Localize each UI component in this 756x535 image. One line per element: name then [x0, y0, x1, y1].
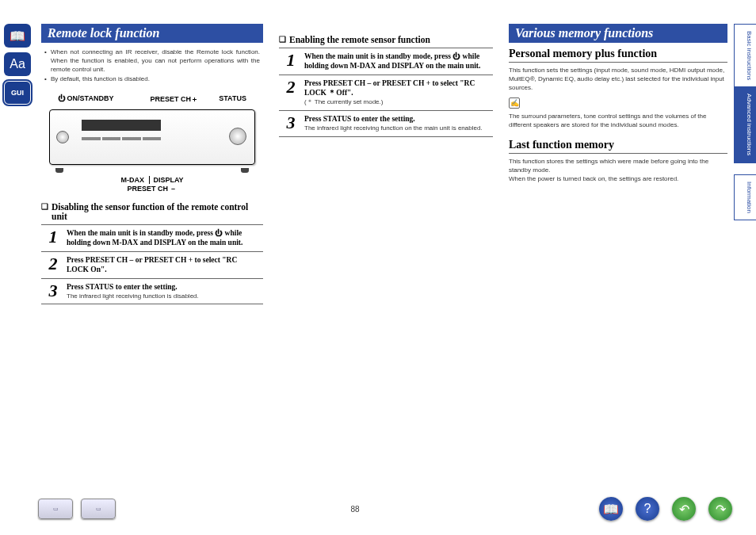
section-title-memory: Various memory functions: [509, 24, 727, 43]
thumbnail-1[interactable]: ▭: [38, 499, 73, 519]
step-number: 3: [282, 114, 300, 133]
step-number: 3: [44, 282, 62, 301]
step-1: 1 When the main unit is in standby mode,…: [279, 48, 493, 75]
step-3-note: The infrared light receiving function is…: [67, 292, 199, 300]
step-3: 3 Press STATUS to enter the setting. The…: [279, 110, 493, 137]
bullet-1: When not connecting an IR receiver, disa…: [44, 48, 260, 75]
page: 📖 Aa GUI Remote lock function When not c…: [0, 0, 756, 535]
step-3-text: Press STATUS to enter the setting.: [304, 115, 415, 123]
tab-information[interactable]: Information: [734, 174, 756, 220]
right-tab-bar: Basic instructions Advanced instructions…: [734, 0, 756, 535]
step-1-text: When the main unit is in standby mode, p…: [304, 52, 480, 70]
hand-note-icon: ✍: [509, 97, 520, 109]
step-number: 2: [44, 255, 62, 275]
subhead-disabling-text: Disabling the sensor function of the rem…: [52, 202, 263, 221]
label-status: STATUS: [219, 94, 246, 105]
page-number: 88: [124, 505, 586, 514]
gui-icon[interactable]: GUI: [4, 81, 31, 105]
step-2-text: Press PRESET CH – or PRESET CH + to sele…: [67, 256, 237, 273]
para-last-function-2: When the power is turned back on, the se…: [509, 174, 727, 183]
step-3: 3 Press STATUS to enter the setting. The…: [41, 278, 263, 305]
tab-advanced[interactable]: Advanced instructions: [734, 87, 756, 162]
thumbnail-2[interactable]: ▭: [81, 499, 116, 519]
heading-personal-memory: Personal memory plus function: [509, 48, 727, 63]
nav-forward-button[interactable]: ↷: [708, 497, 732, 521]
subhead-enabling: ❏ Enabling the remote sensor function: [279, 35, 493, 44]
book-icon[interactable]: 📖: [4, 24, 31, 48]
step-number: 1: [282, 52, 300, 71]
para-personal-memory-2: The surround parameters, tone control se…: [509, 112, 727, 129]
label-mdax: M-DAX: [120, 176, 144, 184]
tab-basic[interactable]: Basic instructions: [734, 24, 756, 87]
section-title-remote-lock: Remote lock function: [41, 24, 263, 43]
label-on-standby: ⏻ ON/STANDBY: [58, 94, 113, 105]
steps-disable: 1 When the main unit is in standby mode,…: [41, 224, 263, 304]
column-1: Remote lock function When not connecting…: [41, 24, 263, 495]
nav-back-button[interactable]: ↶: [672, 497, 696, 521]
square-bullet-icon: ❏: [41, 202, 48, 221]
column-3: Various memory functions Personal memory…: [509, 24, 727, 495]
left-tab-bar: 📖 Aa GUI: [0, 0, 35, 535]
device-diagram: ⏻ ON/STANDBY PRESET CH＋ STATUS: [41, 94, 263, 194]
nav-help-button[interactable]: ?: [636, 497, 659, 521]
step-3-note: The infrared light receiving function on…: [304, 124, 483, 132]
subhead-disabling: ❏ Disabling the sensor function of the r…: [41, 202, 263, 221]
subhead-enabling-text: Enabling the remote sensor function: [289, 35, 430, 44]
label-display: DISPLAY: [153, 176, 183, 184]
intro-bullets: When not connecting an IR receiver, disa…: [41, 48, 263, 90]
steps-enable: 1 When the main unit is in standby mode,…: [279, 48, 493, 137]
step-2: 2 Press PRESET CH – or PRESET CH + to se…: [41, 251, 263, 278]
step-1-text: When the main unit is in standby mode, p…: [67, 229, 242, 246]
step-1: 1 When the main unit is in standby mode,…: [41, 224, 263, 251]
step-2-text: Press PRESET CH – or PRESET CH + to sele…: [304, 79, 475, 97]
step-2-note: (＊ The currently set mode.): [304, 98, 383, 105]
label-preset-ch-minus: PRESET CH －: [41, 185, 263, 194]
step-number: 2: [282, 78, 300, 107]
column-2: ❏ Enabling the remote sensor function 1 …: [279, 24, 493, 495]
font-icon[interactable]: Aa: [4, 52, 31, 76]
step-2: 2 Press PRESET CH – or PRESET CH + to se…: [279, 75, 493, 110]
content-area: Remote lock function When not connecting…: [35, 0, 734, 535]
step-3-text: Press STATUS to enter the setting.: [67, 283, 178, 291]
para-last-function: This function stores the settings which …: [509, 157, 727, 174]
label-preset-ch-plus: PRESET CH＋: [151, 94, 199, 105]
step-number: 1: [44, 228, 62, 248]
footer: ▭ ▭ 88 📖 ? ↶ ↷: [0, 497, 756, 521]
bullet-2: By default, this function is disabled.: [44, 75, 260, 83]
heading-last-function: Last function memory: [509, 139, 727, 154]
square-bullet-icon: ❏: [279, 35, 286, 44]
para-personal-memory: This function sets the settings (input m…: [509, 66, 727, 93]
nav-book-button[interactable]: 📖: [599, 497, 623, 521]
